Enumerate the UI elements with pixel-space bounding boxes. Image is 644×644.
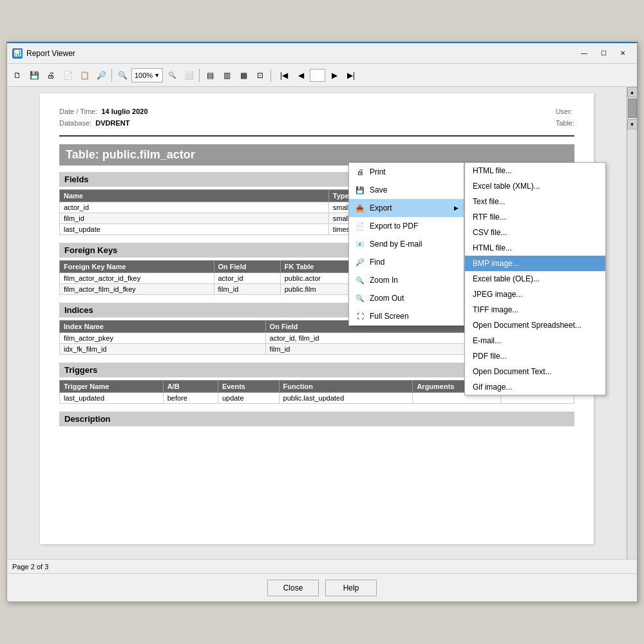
fk-name-2: film_actor_film_id_fkey bbox=[60, 284, 214, 295]
trig-events-1: update bbox=[218, 393, 279, 404]
menu-item-print[interactable]: 🖨 Print bbox=[349, 163, 464, 181]
title-bar: 📊 Report Viewer — ☐ ✕ bbox=[7, 43, 637, 64]
table-label: Table: bbox=[556, 119, 574, 127]
menu-item-export-pdf-label: Export to PDF bbox=[370, 222, 418, 231]
submenu-email[interactable]: E-mail... bbox=[465, 333, 605, 348]
nav-first-button[interactable]: |◀ bbox=[276, 68, 292, 83]
submenu-tiff-image[interactable]: TIFF image... bbox=[465, 302, 605, 317]
menu-item-zoom-in-label: Zoom In bbox=[370, 276, 398, 285]
submenu-open-doc-spreadsheet[interactable]: Open Document Spreadsheet... bbox=[465, 317, 605, 333]
date-value: 14 luglio 2020 bbox=[101, 108, 147, 115]
export-menu-icon: 📤 bbox=[354, 202, 366, 214]
submenu-text-file[interactable]: Text file... bbox=[465, 194, 605, 209]
export-submenu-arrow: ▶ bbox=[454, 205, 459, 211]
submenu-rtf-file-label: RTF file... bbox=[473, 213, 506, 222]
submenu-jpeg-image[interactable]: JPEG image... bbox=[465, 287, 605, 302]
menu-item-export[interactable]: 📤 Export ▶ bbox=[349, 199, 464, 217]
toolbar-sep-1 bbox=[111, 69, 112, 82]
toolbar-view2-button[interactable]: ▥ bbox=[219, 68, 234, 83]
submenu-html-file[interactable]: HTML file... bbox=[465, 163, 605, 178]
zoom-control[interactable]: 100% ▼ bbox=[131, 68, 163, 82]
status-text: Page 2 of 3 bbox=[12, 563, 48, 571]
scroll-up-button[interactable]: ▲ bbox=[627, 87, 638, 97]
toolbar-print-button[interactable]: 🖨 bbox=[43, 68, 59, 83]
submenu-excel-xml-label: Excel table (XML)... bbox=[473, 182, 540, 191]
toolbar-view3-button[interactable]: ▦ bbox=[236, 68, 251, 83]
toolbar-zoomout-button[interactable]: 🔍 bbox=[164, 68, 180, 83]
menu-item-zoom-out[interactable]: 🔍 Zoom Out bbox=[349, 289, 464, 307]
submenu-gif-image-label: Gif image... bbox=[473, 383, 512, 392]
window-icon: 📊 bbox=[12, 48, 23, 59]
menu-item-fullscreen[interactable]: ⛶ Full Screen bbox=[349, 307, 464, 325]
report-header-left: Date / Time: 14 luglio 2020 Database: DV… bbox=[59, 106, 148, 129]
menu-item-zoom-out-label: Zoom Out bbox=[370, 294, 404, 303]
submenu-text-file-label: Text file... bbox=[473, 197, 506, 206]
idx-onfield-2: film_id bbox=[265, 344, 471, 355]
idx-name-2: idx_fk_film_id bbox=[60, 344, 266, 355]
print-menu-icon: 🖨 bbox=[354, 166, 366, 178]
menu-item-find-label: Find bbox=[370, 258, 384, 267]
table-row-header: Table: bbox=[556, 118, 574, 129]
help-button[interactable]: Help bbox=[325, 580, 377, 596]
toolbar-find-button[interactable]: 🔎 bbox=[93, 68, 109, 83]
menu-item-export-label: Export bbox=[370, 204, 392, 213]
toolbar-select-button[interactable]: ⬜ bbox=[181, 68, 196, 83]
menu-item-send-email[interactable]: 📧 Send by E-mail bbox=[349, 235, 464, 253]
fk-col-name: Foreign Key Name bbox=[60, 261, 214, 273]
scroll-down-button[interactable]: ▼ bbox=[627, 119, 638, 129]
export-submenu: HTML file... Excel table (XML)... Text f… bbox=[464, 162, 606, 395]
minimize-button[interactable]: — bbox=[575, 47, 593, 60]
nav-prev-button[interactable]: ◀ bbox=[293, 68, 308, 83]
page-input[interactable]: 2 bbox=[310, 69, 325, 82]
submenu-email-label: E-mail... bbox=[473, 336, 501, 345]
toolbar-copy-button[interactable]: 📋 bbox=[77, 68, 92, 83]
menu-item-zoom-in[interactable]: 🔍 Zoom In bbox=[349, 271, 464, 289]
scroll-thumb[interactable] bbox=[628, 99, 637, 118]
close-button[interactable]: Close bbox=[267, 580, 319, 596]
field-name-1: actor_id bbox=[60, 202, 329, 213]
close-button[interactable]: ✕ bbox=[614, 47, 632, 60]
submenu-bmp-image-label: BMP image... bbox=[473, 259, 519, 268]
find-menu-icon: 🔎 bbox=[354, 256, 366, 268]
menu-item-find[interactable]: 🔎 Find bbox=[349, 253, 464, 271]
submenu-csv-file[interactable]: CSV file... bbox=[465, 225, 605, 240]
scrollbar-right[interactable]: ▲ ▼ bbox=[627, 87, 637, 559]
submenu-rtf-file[interactable]: RTF file... bbox=[465, 209, 605, 225]
submenu-pdf-file-label: PDF file... bbox=[473, 352, 507, 361]
date-label: Date / Time: bbox=[59, 108, 97, 115]
menu-item-save[interactable]: 💾 Save bbox=[349, 181, 464, 199]
report-header-right: User: Table: bbox=[556, 106, 574, 129]
context-menu: 🖨 Print 💾 Save 📤 Export ▶ 📄 Export to PD… bbox=[348, 162, 464, 326]
submenu-excel-ole[interactable]: Excel table (OLE)... bbox=[465, 271, 605, 287]
submenu-pdf-file[interactable]: PDF file... bbox=[465, 348, 605, 364]
submenu-excel-xml[interactable]: Excel table (XML)... bbox=[465, 178, 605, 194]
toolbar-save-button[interactable]: 💾 bbox=[26, 68, 42, 83]
submenu-html-file2[interactable]: HTML file... bbox=[465, 240, 605, 256]
submenu-bmp-image[interactable]: BMP image... bbox=[465, 256, 605, 271]
toolbar-zoomin-icon[interactable]: 🔍 bbox=[115, 68, 130, 83]
user-label: User: bbox=[556, 108, 573, 115]
toolbar: 🗋 💾 🖨 📄 📋 🔎 🔍 100% ▼ 🔍 ⬜ ▤ ▥ ▦ ⊡ |◀ ◀ bbox=[7, 64, 637, 87]
nav-last-button[interactable]: ▶| bbox=[343, 68, 359, 83]
database-value: DVDRENT bbox=[95, 119, 129, 127]
description-section-header: Description bbox=[59, 412, 574, 426]
nav-next-button[interactable]: ▶ bbox=[327, 68, 342, 83]
toolbar-fit-button[interactable]: ⊡ bbox=[252, 68, 268, 83]
report-viewer-window: 📊 Report Viewer — ☐ ✕ 🗋 💾 🖨 📄 📋 🔎 🔍 100%… bbox=[6, 42, 638, 602]
fk-col-onfield: On Field bbox=[214, 261, 280, 273]
window-title: Report Viewer bbox=[26, 49, 575, 58]
date-row: Date / Time: 14 luglio 2020 bbox=[59, 106, 148, 118]
submenu-gif-image[interactable]: Gif image... bbox=[465, 379, 605, 395]
field-name-3: last_update bbox=[60, 224, 329, 235]
trig-col-events: Events bbox=[218, 381, 279, 393]
report-header: Date / Time: 14 luglio 2020 Database: DV… bbox=[59, 106, 574, 129]
menu-item-export-pdf[interactable]: 📄 Export to PDF bbox=[349, 217, 464, 235]
toolbar-pdf-button[interactable]: 📄 bbox=[60, 68, 75, 83]
zoomin-menu-icon: 🔍 bbox=[354, 274, 366, 286]
toolbar-view1-button[interactable]: ▤ bbox=[202, 68, 218, 83]
trig-col-name: Trigger Name bbox=[60, 381, 164, 393]
submenu-open-doc-text[interactable]: Open Document Text... bbox=[465, 364, 605, 379]
toolbar-new-button[interactable]: 🗋 bbox=[10, 68, 25, 83]
maximize-button[interactable]: ☐ bbox=[594, 47, 612, 60]
zoom-arrow-icon: ▼ bbox=[154, 72, 160, 79]
